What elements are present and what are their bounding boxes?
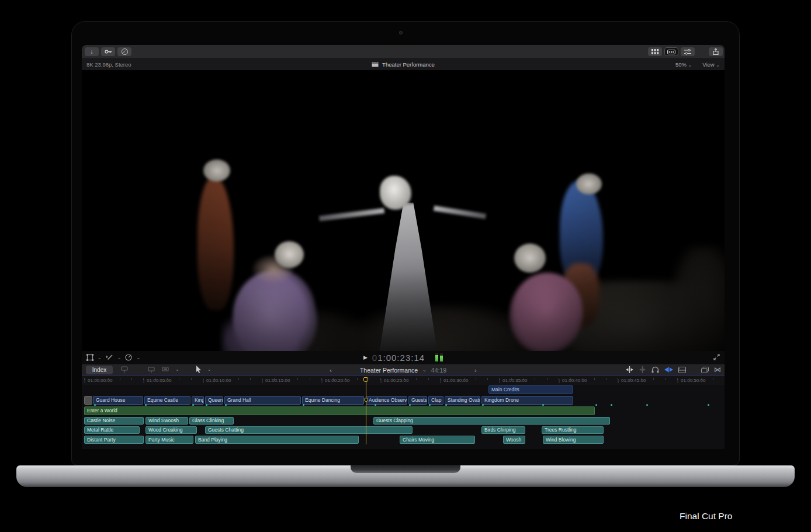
laptop-screen: ↓ ✓ (71, 21, 740, 465)
timeline-ruler[interactable]: |01:00:00:00|01:00:05:00|01:00:10:00|01:… (82, 375, 725, 385)
timecode-display: 01:00:23:14 (372, 353, 425, 363)
ruler-tick: |01:00:40:00 (559, 378, 587, 383)
timeline-clip-clap[interactable]: Clap (428, 396, 443, 405)
zoom-select[interactable]: 50% ⌄ (675, 61, 692, 68)
grid-view-button[interactable] (648, 47, 662, 56)
clapperboard-icon (372, 62, 379, 67)
connection-dot (595, 404, 597, 406)
effects-browser-icon[interactable] (701, 367, 709, 373)
timeline-forward-button[interactable]: › (474, 367, 477, 374)
timeline-clip-standing-ovation[interactable]: Standing Ovation (445, 396, 480, 405)
timeline-clip-birds-chirping[interactable]: Birds Chirping (481, 426, 525, 434)
ruler-tick: |01:00:30:00 (440, 378, 468, 383)
timeline-clip-king[interactable]: King (192, 396, 204, 405)
playhead-skimmer-dot (364, 398, 368, 402)
timeline-clip-guests[interactable]: Guests (408, 396, 427, 405)
connection-dot (429, 404, 431, 406)
chevron-down-icon: ⌄ (716, 62, 720, 68)
connection-dot (94, 404, 96, 406)
timeline-clip-stub[interactable] (84, 396, 92, 405)
project-title: Theater Performance (382, 61, 435, 68)
connection-dot (708, 404, 709, 406)
timeline-clip-guard-house[interactable]: Guard House (93, 396, 143, 405)
connection-dot (192, 404, 194, 406)
transitions-browser-icon[interactable]: ⋈ (714, 366, 721, 374)
timeline-clip-wind-blowing[interactable]: Wind Blowing (543, 436, 604, 444)
ruler-tick: |01:00:20:00 (321, 378, 349, 383)
chevron-down-icon: ⌄ (422, 367, 427, 373)
connection-dot (225, 404, 227, 406)
timeline-clip-wind-swoosh[interactable]: Wind Swoosh (145, 417, 188, 425)
timeline-clip-grand-hall[interactable]: Grand Hall (224, 396, 301, 405)
connection-dot (445, 404, 447, 406)
top-toolbar: ↓ ✓ (82, 45, 725, 58)
view-menu[interactable]: View ⌄ (702, 61, 720, 68)
timeline-clip-distant-party[interactable]: Distant Party (84, 436, 144, 444)
final-cut-pro-label: Final Cut Pro (680, 511, 732, 521)
timeline-clip-metal-rattle[interactable]: Metal Rattle (84, 426, 140, 434)
filmstrip-view-button[interactable] (664, 47, 678, 56)
ruler-tick: |01:00:35:00 (499, 378, 527, 383)
timeline-clip-guests-chatting[interactable]: Guests Chatting (205, 426, 413, 434)
audio-meter-right (440, 353, 443, 361)
viewer-image (82, 71, 725, 351)
timeline-clip-castle-noise[interactable]: Castle Noise (84, 417, 144, 425)
connection-dot (482, 404, 484, 406)
timeline-tracks[interactable]: Main CreditsGuard HouseEquine CastleKing… (82, 385, 725, 449)
timeline-clip-equine-dancing[interactable]: Equine Dancing (302, 396, 364, 405)
connection-dot (646, 404, 648, 406)
expand-viewer-button[interactable] (713, 352, 720, 363)
timeline-clip-glass-clinking[interactable]: Glass Clinking (189, 417, 234, 425)
timeline-clip-wood-creaking[interactable]: Wood Creaking (145, 426, 197, 434)
timeline-project-name[interactable]: Theater Performance (360, 367, 418, 374)
timeline-clip-main-credits[interactable]: Main Credits (488, 385, 573, 394)
clip-settings-button[interactable] (681, 47, 695, 56)
skimming-icon[interactable] (626, 366, 633, 373)
ruler-tick: |01:00:25:00 (380, 378, 408, 383)
viewer (82, 71, 725, 351)
timeline-clip-guests-clapping[interactable]: Guests Clapping (373, 417, 610, 425)
timeline-clip-chairs-moving[interactable]: Chairs Moving (400, 436, 475, 444)
timeline-duration: 44:19 (431, 367, 446, 374)
chevron-down-icon: ⌄ (688, 62, 692, 68)
import-button[interactable]: ↓ (85, 47, 99, 56)
keyword-button[interactable] (101, 47, 115, 56)
sliders-icon (684, 49, 691, 55)
snapping-icon[interactable] (664, 367, 673, 373)
connection-dot (145, 404, 147, 406)
laptop-base (16, 465, 795, 487)
audio-meter-left (435, 353, 438, 361)
transport-bar: ⌄ ⌄ ⌄ ▶ 01:00:23:14 (82, 351, 725, 364)
clip-appearance-icon[interactable] (678, 367, 686, 373)
timeline-back-button[interactable]: ‹ (330, 367, 332, 374)
timeline-clip-trees-rustling[interactable]: Trees Rustling (542, 426, 604, 434)
timeline-clip-woosh[interactable]: Woosh (503, 436, 525, 444)
share-button[interactable] (709, 47, 723, 56)
timeline-toolbar: Index ⌄ ⌄ (82, 364, 725, 375)
ruler-tick: |01:00:15:00 (262, 378, 290, 383)
timeline-clip-band-playing[interactable]: Band Playing (195, 436, 359, 444)
audio-meters[interactable] (435, 353, 443, 361)
timeline-clip-queen[interactable]: Queen (205, 396, 223, 405)
connection-dot (375, 404, 376, 406)
expand-icon (713, 354, 720, 360)
connection-dot (303, 404, 304, 406)
connection-dot (542, 404, 544, 406)
camera-icon (399, 31, 403, 34)
audio-skimming-icon[interactable] (639, 366, 646, 373)
timeline-clip-party-music[interactable]: Party Music (145, 436, 193, 444)
playhead[interactable] (366, 377, 366, 444)
timeline-clip-equine-castle[interactable]: Equine Castle (144, 396, 190, 405)
filmstrip-view-icon (667, 50, 675, 54)
playhead-handle[interactable] (363, 377, 368, 382)
timeline-clip-enter-a-world[interactable]: Enter a World (84, 406, 595, 415)
timeline-clip-kingdom-drone[interactable]: Kingdom Drone (481, 396, 573, 405)
connection-dot (409, 404, 411, 406)
grid-view-icon (651, 49, 659, 54)
play-button[interactable]: ▶ (363, 354, 368, 360)
lid-notch (351, 465, 460, 473)
vignette-overlay (82, 71, 725, 351)
solo-headphones-icon[interactable] (651, 366, 659, 373)
favorite-button[interactable]: ✓ (117, 47, 131, 56)
timeline-clip-audience-observe[interactable]: Audience Observe (366, 396, 407, 405)
